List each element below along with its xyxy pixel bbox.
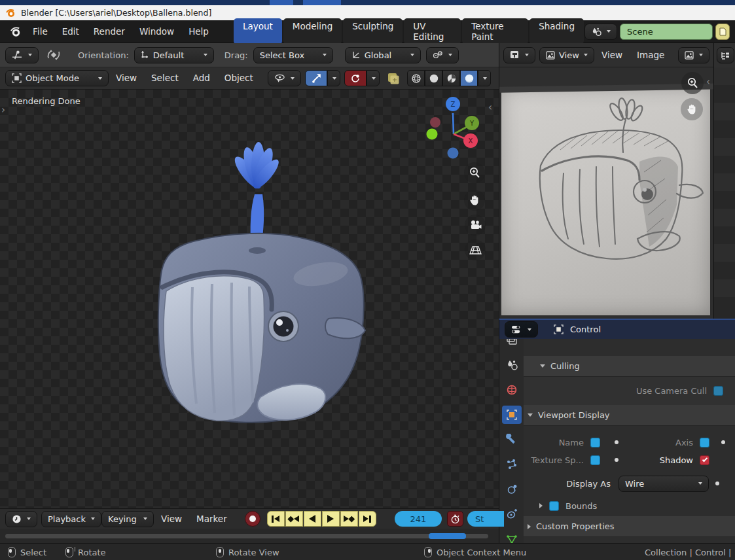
image-sidebar-chevron-icon[interactable]: ‹ <box>706 77 710 86</box>
scene-name-field[interactable]: Scene <box>620 24 713 40</box>
properties-tab-physics[interactable] <box>502 480 522 499</box>
sidebar-expand-chevron-icon[interactable]: ‹ <box>488 103 492 112</box>
play-reverse-button[interactable] <box>304 511 321 527</box>
image-editor-canvas[interactable]: ‹ <box>499 67 713 319</box>
viewport-canvas[interactable]: Rendering Done › ‹ <box>0 90 499 508</box>
menu-render[interactable]: Render <box>86 20 132 43</box>
vp-menu-select[interactable]: Select <box>144 67 186 90</box>
next-keyframe-button[interactable] <box>340 511 358 527</box>
camera-cull-checkbox[interactable] <box>713 386 723 396</box>
blender-menu-icon[interactable] <box>9 25 22 38</box>
menu-file[interactable]: File <box>26 20 55 43</box>
tab-uv-editing[interactable]: UV Editing <box>404 18 461 44</box>
gizmo-neg-y[interactable] <box>427 129 438 140</box>
navigation-gizmo[interactable]: Z Y X <box>422 95 488 162</box>
jump-to-start-button[interactable] <box>267 511 285 527</box>
snap-toggle-button[interactable] <box>305 70 327 86</box>
auto-keying-record-button[interactable] <box>245 511 260 527</box>
image-menu-view[interactable]: View <box>594 44 630 67</box>
timeline-scroll-area[interactable] <box>0 529 499 543</box>
play-button[interactable] <box>322 511 340 527</box>
outliner-editor-type-dropdown[interactable] <box>717 47 734 63</box>
current-frame-field[interactable]: 241 <box>395 511 442 527</box>
image-zoom-button[interactable] <box>681 72 704 94</box>
menu-help[interactable]: Help <box>181 20 216 43</box>
tab-texture-paint[interactable]: Texture Paint <box>462 18 528 44</box>
snap-options-caret[interactable] <box>327 70 340 86</box>
axis-animate-dot[interactable] <box>721 440 725 444</box>
properties-tab-object-data[interactable] <box>502 530 522 543</box>
transform-pivot-dropdown[interactable]: Global <box>345 47 421 63</box>
axis-checkbox[interactable] <box>700 438 709 447</box>
shading-wireframe-button[interactable] <box>407 70 425 86</box>
scrollbar-view-range[interactable] <box>429 533 466 539</box>
name-animate-dot[interactable] <box>615 440 618 444</box>
properties-tab-object[interactable] <box>502 406 522 424</box>
mode-dropdown[interactable]: Object Mode <box>5 70 109 86</box>
tab-layout[interactable]: Layout <box>234 18 282 44</box>
properties-editor-type-dropdown[interactable] <box>505 321 538 338</box>
name-checkbox[interactable] <box>590 438 600 447</box>
properties-tab-modifiers[interactable] <box>502 430 522 449</box>
proportional-edit-button[interactable] <box>344 70 367 86</box>
display-as-animate-dot[interactable] <box>715 481 719 485</box>
shading-material-button[interactable] <box>442 70 460 86</box>
shading-solid-button[interactable] <box>425 70 442 86</box>
frame-start-field[interactable]: St <box>467 511 504 527</box>
properties-tab-constraints[interactable] <box>502 505 522 523</box>
image-pan-button[interactable] <box>681 98 703 120</box>
properties-tab-scene[interactable] <box>502 356 522 374</box>
tab-shading[interactable]: Shading <box>529 18 584 44</box>
jump-to-end-button[interactable] <box>359 511 376 527</box>
new-scene-button[interactable] <box>715 24 730 40</box>
image-mode-dropdown[interactable]: View <box>539 47 594 63</box>
vp-menu-add[interactable]: Add <box>186 67 217 90</box>
vp-menu-object[interactable]: Object <box>217 67 260 90</box>
drag-mode-dropdown[interactable]: Select Box <box>253 47 333 63</box>
orbit-gizmo-icon[interactable] <box>45 47 62 63</box>
visibility-dropdown[interactable] <box>268 70 301 86</box>
panel-header-custom-properties[interactable]: Custom Properties <box>524 516 735 537</box>
properties-tab-particles[interactable] <box>502 455 522 474</box>
browse-image-dropdown[interactable] <box>678 47 709 63</box>
shading-options-caret[interactable] <box>478 70 491 86</box>
editor-type-dropdown[interactable] <box>503 47 535 63</box>
zoom-button[interactable] <box>464 162 485 183</box>
panel-header-viewport-display[interactable]: Viewport Display <box>524 405 735 426</box>
toggle-perspective-button[interactable] <box>465 239 486 260</box>
gizmo-neg-x[interactable] <box>430 117 440 128</box>
keying-dropdown[interactable]: Keying <box>101 511 154 527</box>
texture-space-checkbox[interactable] <box>590 455 600 465</box>
menu-window[interactable]: Window <box>132 20 181 43</box>
bounds-subpanel[interactable]: Bounds <box>524 495 735 516</box>
horizontal-scrollbar[interactable] <box>5 534 488 538</box>
panel-header-culling[interactable]: Culling <box>524 356 735 377</box>
tab-modeling[interactable]: Modeling <box>283 18 342 44</box>
bounds-checkbox[interactable] <box>549 501 559 511</box>
pan-button[interactable] <box>464 190 485 211</box>
use-preview-range-button[interactable] <box>447 511 463 527</box>
timeline-menu-marker[interactable]: Marker <box>189 508 234 531</box>
whale-3d-model[interactable] <box>124 122 399 449</box>
tab-sculpting[interactable]: Sculpting <box>343 18 403 44</box>
menu-edit[interactable]: Edit <box>55 20 86 43</box>
snap-options-dropdown[interactable] <box>426 47 459 63</box>
orientation-dropdown[interactable]: Default <box>134 47 214 63</box>
camera-view-button[interactable] <box>465 215 486 236</box>
active-tool-dropdown[interactable] <box>5 47 39 63</box>
vp-menu-view[interactable]: View <box>109 67 144 90</box>
gizmo-neg-z[interactable] <box>448 148 459 159</box>
image-menu-image[interactable]: Image <box>630 44 672 67</box>
proportional-edit-caret[interactable] <box>367 70 380 86</box>
timeline-menu-view[interactable]: View <box>154 508 189 531</box>
overlays-toggle-icon[interactable] <box>386 71 401 86</box>
shading-rendered-button[interactable] <box>460 70 478 86</box>
outliner-body[interactable] <box>713 67 735 319</box>
texture-space-animate-dot[interactable] <box>615 458 618 462</box>
shadow-checkbox[interactable] <box>700 455 709 465</box>
playback-dropdown[interactable]: Playback <box>41 511 101 527</box>
properties-tab-view-layer[interactable] <box>502 339 522 349</box>
display-as-dropdown[interactable]: Wire <box>618 476 709 492</box>
scene-browse-dropdown[interactable] <box>584 24 617 40</box>
properties-tab-world[interactable] <box>502 381 522 399</box>
